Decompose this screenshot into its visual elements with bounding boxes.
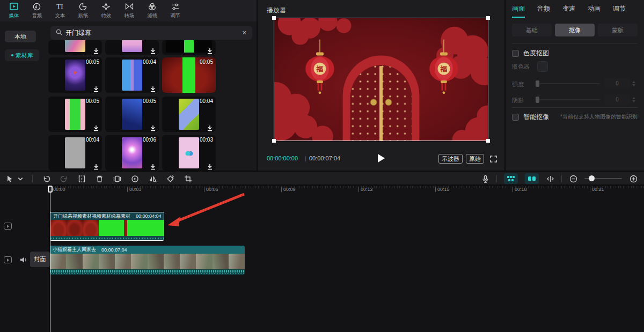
download-icon[interactable] [207, 124, 213, 130]
media-item[interactable]: 00:04 [48, 135, 102, 171]
strength-stepper[interactable] [632, 78, 638, 88]
timeline-clip-cat-video[interactable]: 小猫跟着主人回家去 00:00:07:04 [50, 246, 245, 275]
download-icon[interactable] [150, 47, 156, 53]
media-thumbnail [166, 40, 212, 53]
freeze-frame-icon[interactable] [113, 174, 121, 183]
strength-slider-knob[interactable] [536, 80, 539, 87]
divider [512, 107, 638, 108]
media-item[interactable]: 00:05 [162, 57, 216, 93]
zoom-slider-knob[interactable] [589, 175, 595, 181]
split-icon[interactable] [77, 174, 86, 183]
nav-sticker[interactable]: 贴纸 [71, 3, 94, 19]
fullscreen-icon[interactable] [490, 155, 497, 162]
nav-effects[interactable]: 特效 [94, 3, 118, 19]
download-icon[interactable] [93, 124, 99, 130]
shadow-value[interactable]: 0 [604, 94, 630, 105]
total-duration: 00:00:07:04 [309, 155, 340, 161]
tab-speed[interactable]: 变速 [562, 4, 575, 18]
playhead-line[interactable] [50, 186, 50, 332]
download-icon[interactable] [150, 163, 156, 169]
download-icon[interactable] [93, 47, 99, 53]
media-item[interactable] [48, 40, 102, 55]
media-item[interactable] [105, 40, 159, 55]
nav-transitions[interactable]: 转场 [118, 3, 141, 19]
main-track-icon[interactable] [4, 256, 12, 263]
nav-filters[interactable]: 滤镜 [141, 3, 164, 19]
cover-button[interactable]: 封面 [30, 252, 50, 267]
nav-audio[interactable]: 音频 [25, 3, 48, 19]
download-icon[interactable] [207, 163, 213, 169]
subtab-mask[interactable]: 蒙版 [598, 24, 638, 36]
speaker-icon[interactable] [20, 256, 27, 263]
timeline-area[interactable]: 00:00 00:03 00:06 00:09 00:12 00:15 00:1… [0, 186, 644, 332]
shadow-stepper[interactable] [632, 94, 638, 105]
rotate-icon[interactable] [166, 174, 174, 183]
media-item[interactable]: 00:06 [105, 135, 159, 171]
link-preview-toggle-icon[interactable] [525, 173, 539, 184]
media-item[interactable] [162, 40, 216, 55]
tab-audio[interactable]: 音频 [537, 4, 550, 18]
media-item[interactable]: 00:05 [105, 97, 159, 132]
sidebar-item-library[interactable]: 素材库 [5, 49, 39, 61]
timeline-zoom-slider[interactable] [584, 173, 622, 184]
playhead-handle[interactable] [48, 186, 53, 193]
smart-keying-checkbox[interactable] [512, 114, 519, 121]
download-icon[interactable] [150, 124, 156, 130]
chroma-key-checkbox[interactable] [512, 50, 519, 57]
strength-value[interactable]: 0 [604, 78, 630, 88]
strength-slider-track[interactable] [537, 83, 600, 84]
download-icon[interactable] [150, 85, 156, 91]
media-item[interactable]: 00:04 [162, 97, 216, 132]
media-item[interactable]: 00:05 [48, 97, 102, 132]
svg-text:福: 福 [440, 65, 448, 73]
zoom-out-icon[interactable] [569, 174, 577, 183]
original-quality-button[interactable]: 原始 [466, 154, 484, 164]
search-input[interactable]: 开门绿幕 ✕ [50, 26, 252, 40]
timeline-ruler[interactable]: 00:00 00:03 00:06 00:09 00:12 00:15 00:1… [0, 186, 644, 195]
transform-handle[interactable] [272, 16, 276, 20]
record-voiceover-icon[interactable] [481, 174, 489, 183]
timeline-clip-greenscreen[interactable]: 开门绿幕视频素材视频素材绿幕素材 00:00:04:04 [50, 212, 164, 241]
subtab-basic[interactable]: 基础 [512, 24, 552, 36]
ruler-label: 00:03 [127, 187, 142, 192]
mirror-icon[interactable] [148, 174, 157, 183]
undo-icon[interactable] [42, 174, 50, 183]
shadow-slider-track[interactable] [537, 99, 600, 100]
video-preview[interactable]: 福 福 [274, 18, 488, 141]
media-item[interactable]: 00:03 [162, 135, 216, 171]
auto-ducking-toggle-icon[interactable] [504, 173, 518, 184]
media-item[interactable]: 00:05 [48, 57, 102, 93]
expand-tracks-icon[interactable] [546, 174, 554, 183]
nav-adjust[interactable]: 调节 [164, 3, 187, 19]
cursor-dropdown-chevron-icon[interactable] [18, 174, 23, 183]
media-item[interactable]: 00:04 [105, 57, 159, 93]
clip-title: 小猫跟着主人回家去 [53, 246, 96, 253]
select-cursor-icon[interactable] [5, 174, 14, 183]
color-picker-swatch[interactable] [537, 61, 548, 72]
nav-text[interactable]: TI 文本 [48, 3, 71, 19]
clear-search-icon[interactable]: ✕ [242, 29, 247, 36]
inspector-tabs: 画面 音频 变速 动画 调节 [512, 4, 626, 18]
download-icon[interactable] [93, 85, 99, 91]
download-icon[interactable] [207, 47, 213, 53]
zoom-in-icon[interactable] [629, 174, 638, 183]
tab-adjust[interactable]: 调节 [613, 4, 626, 18]
sidebar-item-local[interactable]: 本地 [5, 31, 36, 42]
nav-media[interactable]: 媒体 [2, 3, 25, 19]
transform-handle[interactable] [486, 139, 490, 143]
transform-handle[interactable] [272, 139, 276, 143]
tab-picture[interactable]: 画面 [512, 4, 525, 18]
shadow-slider-knob[interactable] [536, 97, 539, 103]
crop-icon[interactable] [184, 174, 192, 183]
overlay-track-icon[interactable] [4, 223, 12, 230]
subtab-keying[interactable]: 抠像 [555, 24, 595, 36]
scope-button[interactable]: 示波器 [438, 154, 463, 164]
download-icon[interactable] [93, 163, 99, 169]
reverse-icon[interactable] [130, 174, 139, 183]
media-duration: 00:03 [200, 137, 213, 143]
delete-icon[interactable] [95, 174, 104, 183]
transform-handle[interactable] [486, 16, 490, 20]
tab-animation[interactable]: 动画 [588, 4, 601, 18]
redo-icon[interactable] [60, 174, 68, 183]
play-button[interactable] [378, 154, 385, 163]
